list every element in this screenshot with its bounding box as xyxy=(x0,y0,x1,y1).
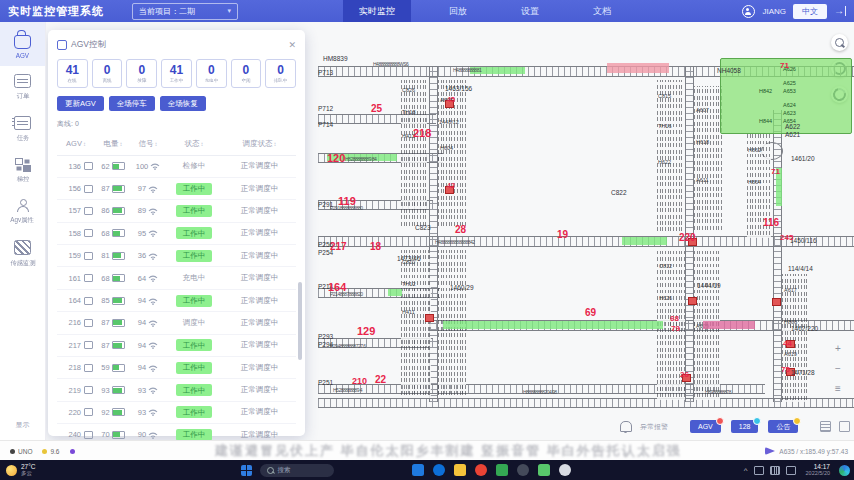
agv-cart-icon xyxy=(84,408,93,416)
sort-icon: ↕ xyxy=(83,141,86,147)
taskbar-app-icon[interactable] xyxy=(454,464,466,476)
map-label: 1463/156 xyxy=(445,86,472,93)
column-header[interactable]: 调度状态↕ xyxy=(223,139,296,149)
battery-icon xyxy=(112,297,125,305)
taskbar-app-icon[interactable] xyxy=(496,464,508,476)
map-search-icon[interactable] xyxy=(831,34,848,51)
grid-view-icon[interactable] xyxy=(839,421,850,432)
panel-button[interactable]: 全场停车 xyxy=(109,96,155,111)
panel-scrollbar[interactable] xyxy=(298,282,302,360)
agv-id: 159 xyxy=(57,251,81,260)
taskbar-search[interactable]: 搜索 xyxy=(260,464,334,477)
tab-设置[interactable]: 设置 xyxy=(505,0,555,22)
agv-cart-icon xyxy=(84,364,93,372)
map-filter-button-公告[interactable]: 公告 xyxy=(768,420,798,433)
battery-cell: 85 xyxy=(95,296,131,305)
map-coordinates: A635 / x:185.49 y:57.43 xyxy=(765,447,848,455)
bookmark-item[interactable]: 9.6 xyxy=(42,448,59,455)
panel-button[interactable]: 更新AGV xyxy=(57,96,104,111)
close-icon[interactable]: ✕ xyxy=(288,40,296,50)
sidebar-item-label: 订单 xyxy=(16,92,29,101)
agv-id: 164 xyxy=(57,296,81,305)
taskbar-weather[interactable]: 27°C 多云 xyxy=(6,464,36,476)
tray-volume-icon[interactable] xyxy=(770,466,780,475)
table-row[interactable]: 1648594工作中正常调度中 xyxy=(57,290,296,312)
sidebar-item-订单[interactable]: 订单 xyxy=(0,66,45,108)
battery-icon xyxy=(112,207,125,215)
signal-cell: 94 xyxy=(131,341,165,350)
panel-button[interactable]: 全场恢复 xyxy=(160,96,206,111)
sidebar-item-梯控[interactable]: 梯控 xyxy=(0,150,45,191)
station-code: 1448/12 xyxy=(439,120,459,126)
signal-value: 95 xyxy=(138,229,146,238)
table-row[interactable]: 1598136工作中正常调度中 xyxy=(57,245,296,267)
sidebar-item-AGV[interactable]: AGV xyxy=(0,22,45,66)
table-row[interactable]: 1568797工作中正常调度中 xyxy=(57,178,296,200)
signal-value: 64 xyxy=(138,274,146,283)
tab-文档[interactable]: 文档 xyxy=(577,0,627,22)
tray-browser-icon[interactable] xyxy=(839,465,850,476)
map-tag: H48888888881 xyxy=(453,68,481,73)
table-row[interactable]: 1586895工作中正常调度中 xyxy=(57,223,296,245)
zone-station-code: A624 xyxy=(783,103,796,109)
taskbar-clock[interactable]: 14:17 2022/5/20 xyxy=(806,464,830,476)
taskbar-app-icon[interactable] xyxy=(433,464,445,476)
list-view-icon[interactable] xyxy=(820,421,831,432)
bookmark-item[interactable]: UNO xyxy=(10,448,32,455)
logout-icon[interactable]: → xyxy=(834,6,846,16)
stat-value: 0 xyxy=(138,64,145,76)
sidebar-item-Agv属性[interactable]: Agv属性 xyxy=(0,191,45,232)
table-row[interactable]: 2209293工作中正常调度中 xyxy=(57,402,296,424)
table-row[interactable]: 1616864充电中正常调度中 xyxy=(57,267,296,289)
map-zoom-icon[interactable]: + xyxy=(835,344,841,354)
taskbar-app-icon[interactable] xyxy=(412,464,424,476)
table-row[interactable]: 13662100检修中正常调度中 xyxy=(57,156,296,178)
tab-回放[interactable]: 回放 xyxy=(433,0,483,22)
project-select[interactable]: 当前项目：二期 ▾ xyxy=(132,3,238,20)
cart-cell xyxy=(81,229,95,237)
taskbar-app-icon[interactable] xyxy=(538,464,550,476)
bookmark-item[interactable] xyxy=(70,448,75,455)
map-label: NH4058 xyxy=(717,68,741,75)
panel-title: AGV控制 xyxy=(71,39,106,51)
battery-icon xyxy=(112,364,125,372)
map-filter-button-128[interactable]: 128 xyxy=(731,420,759,433)
station-code: C826 xyxy=(402,88,415,94)
battery-value: 68 xyxy=(101,274,109,283)
battery-value: 59 xyxy=(101,363,109,372)
table-row[interactable]: 2185994工作中正常调度中 xyxy=(57,357,296,379)
column-header[interactable]: 状态↕ xyxy=(165,139,223,149)
tray-network-icon[interactable] xyxy=(754,466,764,475)
column-header[interactable]: 电量↕ xyxy=(95,139,131,149)
bell-icon[interactable] xyxy=(620,421,632,432)
stat-value: 41 xyxy=(170,64,183,76)
battery-cell: 62 xyxy=(95,162,131,171)
map-zoom-icon[interactable]: ≡ xyxy=(835,384,841,394)
agv-id: 216 xyxy=(57,318,81,327)
sidebar-bottom-label[interactable]: 显示 xyxy=(16,420,30,430)
sidebar-item-任务[interactable]: 任务 xyxy=(0,108,45,150)
battery-cell: 68 xyxy=(95,274,131,283)
taskbar-app-icon[interactable] xyxy=(559,464,571,476)
tab-实时监控[interactable]: 实时监控 xyxy=(343,0,411,22)
table-row[interactable]: 2178794工作中正常调度中 xyxy=(57,335,296,357)
dispatch-status: 正常调度中 xyxy=(223,340,296,350)
table-row[interactable]: 1578689工作中正常调度中 xyxy=(57,200,296,222)
start-button[interactable] xyxy=(241,465,252,476)
table-row[interactable]: 2199393工作中正常调度中 xyxy=(57,379,296,401)
sidebar-item-传感监测[interactable]: 传感监测 xyxy=(0,232,45,275)
column-header[interactable]: 信号↕ xyxy=(131,139,165,149)
tray-folder-icon[interactable] xyxy=(786,466,796,475)
taskbar-app-icon[interactable] xyxy=(517,464,529,476)
tray-caret-icon[interactable]: ^ xyxy=(744,466,748,475)
map-zoom-icon[interactable]: − xyxy=(835,364,841,374)
table-row[interactable]: 2168794调度中正常调度中 xyxy=(57,312,296,334)
track-highlight xyxy=(388,289,402,296)
dispatch-status: 正常调度中 xyxy=(223,184,296,194)
language-button[interactable]: 中文 xyxy=(793,4,827,19)
column-header[interactable]: AGV↕ xyxy=(57,139,95,148)
taskbar-app-icon[interactable] xyxy=(475,464,487,476)
header-bar: 实时监控管理系统 当前项目：二期 ▾ 实时监控回放设置文档 JIANG 中文 → xyxy=(0,0,854,22)
map-filter-button-AGV[interactable]: AGV xyxy=(690,420,721,433)
stat-box: 0离线 xyxy=(92,59,123,88)
